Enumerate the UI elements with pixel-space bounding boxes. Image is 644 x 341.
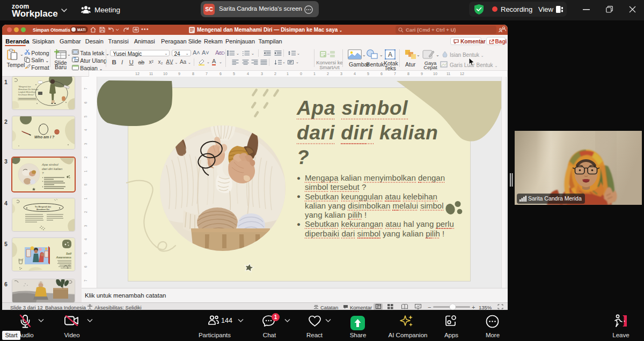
svg-text:Memahami Diri Sebagai: Memahami Diri Sebagai — [18, 88, 39, 91]
svg-text:A: A — [388, 51, 392, 58]
svg-text:Kesehatan Mental": Kesehatan Mental" — [18, 94, 34, 96]
svg-text:Who am I ?: Who am I ? — [34, 135, 55, 139]
svg-text:Self: Self — [66, 252, 72, 255]
svg-text:Langkah Memelihara: Langkah Memelihara — [18, 91, 36, 93]
svg-text:Memahami Diri: Memahami Diri — [36, 209, 49, 211]
svg-text:Awareness: Awareness — [56, 256, 71, 259]
svg-text:Apa simbol: Apa simbol — [41, 162, 58, 166]
svg-text:Tes Mengenali dan: Tes Mengenali dan — [35, 206, 51, 208]
svg-text:"Mengenal dan: "Mengenal dan — [18, 86, 31, 88]
svg-text:dari diri kalian: dari diri kalian — [42, 167, 63, 171]
svg-text:?: ? — [42, 171, 44, 175]
